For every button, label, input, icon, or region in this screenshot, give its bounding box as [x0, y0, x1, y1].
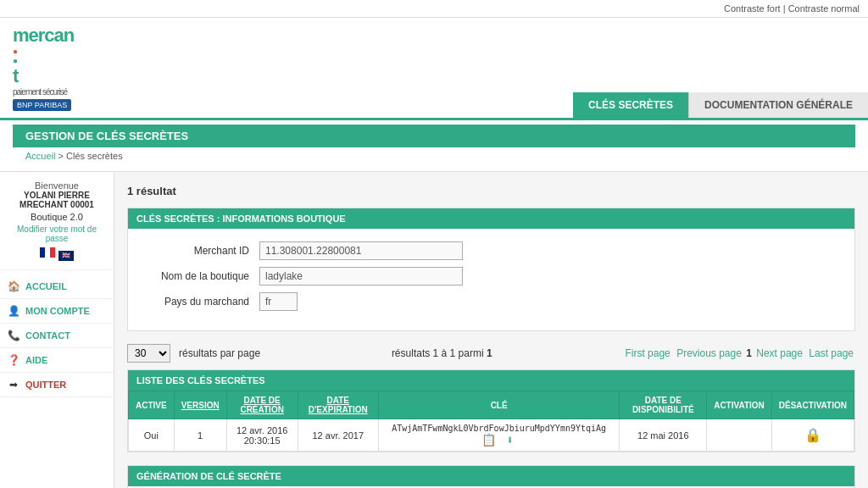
phone-icon: 📞 [7, 329, 20, 342]
sidebar-label-accueil: ACCUEIL [25, 281, 67, 291]
table-header-row: ACTIVE VERSION DATE DE CRÉATION DATE D'E… [129, 391, 854, 419]
merchant-id-row: Merchant ID [141, 241, 842, 260]
breadcrumb-home[interactable]: Accueil [25, 151, 55, 161]
logo: mercan●●tpaiement sécurisé [13, 25, 97, 97]
boutique-name-label: Nom de la boutique [141, 270, 259, 282]
last-page-link[interactable]: Last page [809, 347, 854, 359]
generation-section: GÉNÉRATION DE CLÉ SECRÈTE Aucune demande… [127, 465, 855, 488]
per-page-label: résultats par page [179, 347, 260, 359]
sidebar-label-contact: CONTACT [25, 330, 70, 341]
sidebar-user: Bienvenue YOLANI PIERRE MRECHANT 00001 B… [0, 172, 114, 270]
breadcrumb: Accueil > Clés secrètes [13, 147, 855, 164]
boutique-name-input[interactable] [259, 267, 463, 286]
merchant-id-label: Merchant ID [141, 245, 259, 257]
pays-marchand-input[interactable] [259, 292, 298, 311]
sidebar-item-accueil[interactable]: 🏠 ACCUEIL [0, 274, 114, 299]
pagination-nav: First page Previous page 1 Next page Las… [623, 347, 855, 359]
cell-date-creation: 12 avr. 2016 20:30:15 [226, 419, 298, 452]
table-row: Oui 1 12 avr. 2016 20:30:15 12 avr. 2017… [129, 419, 854, 452]
cell-active: Oui [129, 419, 175, 452]
header: mercan●●tpaiement sécurisé BNP PARIBAS C… [0, 18, 868, 120]
download-key-icon[interactable]: ⬇ [504, 433, 517, 446]
sidebar-label-aide: AIDE [25, 355, 47, 365]
col-date-disponibilite: DATE DE DISPONIBILITÉ [620, 391, 707, 419]
col-active: ACTIVE [129, 391, 175, 419]
col-cle: CLÉ [378, 391, 620, 419]
modify-password-link[interactable]: Modifier votre mot de passe [8, 225, 105, 243]
cell-version: 1 [174, 419, 226, 452]
col-desactivation: DÉSACTIVATION [771, 391, 854, 419]
col-date-creation: DATE DE CRÉATION [226, 391, 298, 419]
info-boutique-header: CLÉS SECRÈTES : INFORMATIONS BOUTIQUE [128, 208, 854, 229]
breadcrumb-separator: > [58, 151, 66, 161]
bnp-badge: BNP PARIBAS [13, 99, 71, 111]
pagination-total: 1 [487, 347, 492, 359]
boutique-label: Boutique 2.0 [8, 212, 105, 222]
main-layout: Bienvenue YOLANI PIERRE MRECHANT 00001 B… [0, 172, 868, 488]
next-page-link[interactable]: Next page [756, 347, 803, 359]
lock-icon[interactable]: 🔒 [804, 428, 821, 442]
sidebar-label-quitter: QUITTER [25, 380, 66, 390]
logo-area: mercan●●tpaiement sécurisé BNP PARIBAS [0, 18, 110, 118]
breadcrumb-area: GESTION DE CLÉS SECRÈTES Accueil > Clés … [0, 120, 868, 172]
flag-fr[interactable] [40, 247, 55, 258]
keys-table: ACTIVE VERSION DATE DE CRÉATION DATE D'E… [128, 391, 854, 452]
question-icon: ❓ [7, 353, 20, 367]
home-icon: 🏠 [7, 280, 20, 293]
pagination-info: résultats 1 à 1 parmi 1 [269, 347, 615, 359]
pays-marchand-row: Pays du marchand [141, 292, 842, 311]
header-nav: CLÉS SECRÈTES DOCUMENTATION GÉNÉRALE [110, 18, 868, 118]
cell-activation [707, 419, 772, 452]
first-page-link[interactable]: First page [625, 347, 670, 359]
content-area: 1 résultat CLÉS SECRÈTES : INFORMATIONS … [114, 172, 868, 488]
top-bar: Contraste fort | Contraste normal [0, 0, 868, 18]
info-boutique-section: CLÉS SECRÈTES : INFORMATIONS BOUTIQUE Me… [127, 208, 855, 331]
contraste-fort-link[interactable]: Contraste fort [724, 3, 781, 14]
person-icon: 👤 [7, 304, 20, 318]
welcome-label: Bienvenue [8, 180, 105, 191]
per-page-select[interactable]: 30 50 100 [127, 344, 170, 363]
result-count: 1 résultat [127, 185, 855, 197]
copy-key-icon[interactable]: 📋 [481, 433, 495, 446]
pagination-row: 30 50 100 résultats par page résultats 1… [127, 344, 855, 363]
col-version: VERSION [174, 391, 226, 419]
cell-desactivation[interactable]: 🔒 [771, 419, 854, 452]
generation-header: GÉNÉRATION DE CLÉ SECRÈTE [128, 466, 854, 486]
cell-date-expiration: 12 avr. 2017 [298, 419, 378, 452]
sidebar-menu: 🏠 ACCUEIL 👤 MON COMPTE 📞 CONTACT ❓ AIDE … [0, 274, 114, 397]
sidebar-item-aide[interactable]: ❓ AIDE [0, 348, 114, 373]
user-name: YOLANI PIERRE [8, 191, 105, 200]
sidebar-label-mon-compte: MON COMPTE [25, 306, 90, 316]
pays-marchand-label: Pays du marchand [141, 296, 259, 308]
contraste-normal-link[interactable]: Contraste normal [788, 3, 860, 14]
info-boutique-body: Merchant ID Nom de la boutique Pays du m… [128, 229, 854, 330]
exit-icon: ➡ [7, 378, 20, 391]
flag-uk[interactable]: 🇬🇧 [58, 251, 74, 261]
boutique-name-row: Nom de la boutique [141, 267, 842, 286]
previous-page-link[interactable]: Previous page [676, 347, 742, 359]
merchant-id-input[interactable] [259, 241, 463, 260]
current-page: 1 [746, 347, 752, 359]
user-id: MRECHANT 00001 [8, 200, 105, 209]
table-header: LISTE DES CLÉS SECRÈTES [128, 370, 854, 391]
sidebar-item-quitter[interactable]: ➡ QUITTER [0, 373, 114, 397]
col-date-expiration: DATE D'EXPIRATION [298, 391, 378, 419]
sidebar-item-contact[interactable]: 📞 CONTACT [0, 324, 114, 348]
col-activation: ACTIVATION [707, 391, 772, 419]
sidebar: Bienvenue YOLANI PIERRE MRECHANT 00001 B… [0, 172, 114, 488]
cell-cle: ATwjAmTFwmNgkL0VbrdFowJbiuruMpdYYmn9Ytqi… [378, 419, 620, 452]
sidebar-item-mon-compte[interactable]: 👤 MON COMPTE [0, 299, 114, 324]
cell-date-disponibilite: 12 mai 2016 [620, 419, 707, 452]
nav-documentation[interactable]: DOCUMENTATION GÉNÉRALE [688, 92, 868, 118]
breadcrumb-current: Clés secrètes [66, 151, 123, 161]
table-section: LISTE DES CLÉS SECRÈTES ACTIVE VERSION D… [127, 369, 855, 452]
flags: 🇬🇧 [8, 247, 105, 261]
nav-cles-secretes[interactable]: CLÉS SECRÈTES [573, 92, 688, 118]
page-section-title: GESTION DE CLÉS SECRÈTES [13, 125, 855, 147]
